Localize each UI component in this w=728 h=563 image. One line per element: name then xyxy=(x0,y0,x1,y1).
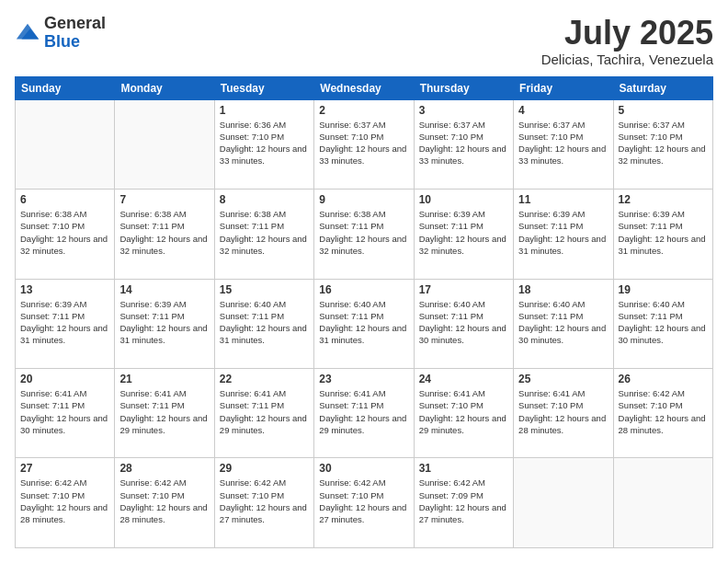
week-row-4: 20Sunrise: 6:41 AMSunset: 7:11 PMDayligh… xyxy=(16,369,713,458)
day-info: Sunrise: 6:39 AMSunset: 7:11 PMDaylight:… xyxy=(619,208,708,257)
location: Delicias, Tachira, Venezuela xyxy=(541,52,713,67)
day-info: Sunrise: 6:42 AMSunset: 7:10 PMDaylight:… xyxy=(319,477,408,525)
cell-4-7: 26Sunrise: 6:42 AMSunset: 7:10 PMDayligh… xyxy=(613,369,712,458)
cell-3-1: 13Sunrise: 6:39 AMSunset: 7:11 PMDayligh… xyxy=(16,279,115,368)
day-number: 6 xyxy=(20,193,109,206)
col-tuesday: Tuesday xyxy=(214,76,313,99)
week-row-1: 1Sunrise: 6:36 AMSunset: 7:10 PMDaylight… xyxy=(16,99,713,189)
col-saturday: Saturday xyxy=(613,76,712,99)
cell-4-5: 24Sunrise: 6:41 AMSunset: 7:10 PMDayligh… xyxy=(414,369,513,458)
day-info: Sunrise: 6:42 AMSunset: 7:10 PMDaylight:… xyxy=(20,477,109,525)
cell-5-4: 30Sunrise: 6:42 AMSunset: 7:10 PMDayligh… xyxy=(314,458,414,548)
day-number: 21 xyxy=(119,373,209,385)
day-info: Sunrise: 6:39 AMSunset: 7:11 PMDaylight:… xyxy=(419,208,508,257)
week-row-5: 27Sunrise: 6:42 AMSunset: 7:10 PMDayligh… xyxy=(16,458,713,548)
day-number: 17 xyxy=(419,283,508,296)
day-number: 9 xyxy=(319,193,408,206)
day-number: 2 xyxy=(319,104,408,117)
day-info: Sunrise: 6:40 AMSunset: 7:11 PMDaylight:… xyxy=(319,298,408,347)
day-info: Sunrise: 6:40 AMSunset: 7:11 PMDaylight:… xyxy=(220,298,309,347)
day-info: Sunrise: 6:36 AMSunset: 7:10 PMDaylight:… xyxy=(220,119,309,167)
day-number: 3 xyxy=(419,104,508,117)
day-number: 27 xyxy=(20,462,109,475)
cell-5-5: 31Sunrise: 6:42 AMSunset: 7:09 PMDayligh… xyxy=(414,458,513,548)
cell-2-4: 9Sunrise: 6:38 AMSunset: 7:11 PMDaylight… xyxy=(314,190,414,279)
day-info: Sunrise: 6:40 AMSunset: 7:11 PMDaylight:… xyxy=(518,298,608,347)
col-sunday: Sunday xyxy=(16,76,115,99)
cell-1-2 xyxy=(115,99,214,189)
cell-4-6: 25Sunrise: 6:41 AMSunset: 7:10 PMDayligh… xyxy=(514,369,613,458)
day-number: 22 xyxy=(220,373,309,385)
day-number: 13 xyxy=(20,283,109,296)
day-number: 7 xyxy=(119,193,209,206)
col-monday: Monday xyxy=(115,76,214,99)
cell-3-3: 15Sunrise: 6:40 AMSunset: 7:11 PMDayligh… xyxy=(214,279,313,368)
cell-3-6: 18Sunrise: 6:40 AMSunset: 7:11 PMDayligh… xyxy=(514,279,613,368)
day-info: Sunrise: 6:41 AMSunset: 7:11 PMDaylight:… xyxy=(20,387,109,436)
cell-2-2: 7Sunrise: 6:38 AMSunset: 7:11 PMDaylight… xyxy=(115,190,214,279)
day-number: 19 xyxy=(619,283,708,296)
month-title: July 2025 xyxy=(541,15,713,52)
day-info: Sunrise: 6:39 AMSunset: 7:11 PMDaylight:… xyxy=(20,298,109,347)
cell-1-3: 1Sunrise: 6:36 AMSunset: 7:10 PMDaylight… xyxy=(214,99,313,189)
day-number: 29 xyxy=(220,462,309,475)
calendar-header-row: Sunday Monday Tuesday Wednesday Thursday… xyxy=(16,76,713,99)
logo-text: General Blue xyxy=(44,15,106,52)
cell-1-5: 3Sunrise: 6:37 AMSunset: 7:10 PMDaylight… xyxy=(414,99,513,189)
day-info: Sunrise: 6:41 AMSunset: 7:11 PMDaylight:… xyxy=(220,387,309,436)
day-number: 20 xyxy=(20,373,109,385)
day-number: 1 xyxy=(220,104,309,117)
day-info: Sunrise: 6:37 AMSunset: 7:10 PMDaylight:… xyxy=(518,119,608,167)
day-info: Sunrise: 6:37 AMSunset: 7:10 PMDaylight:… xyxy=(319,119,408,167)
day-number: 11 xyxy=(518,193,608,206)
cell-3-5: 17Sunrise: 6:40 AMSunset: 7:11 PMDayligh… xyxy=(414,279,513,368)
cell-1-1 xyxy=(16,99,115,189)
day-number: 28 xyxy=(119,462,209,475)
day-number: 5 xyxy=(619,104,708,117)
cell-2-6: 11Sunrise: 6:39 AMSunset: 7:11 PMDayligh… xyxy=(514,190,613,279)
page: General Blue July 2025 Delicias, Tachira… xyxy=(0,0,728,563)
cell-5-3: 29Sunrise: 6:42 AMSunset: 7:10 PMDayligh… xyxy=(214,458,313,548)
day-number: 15 xyxy=(220,283,309,296)
cell-5-2: 28Sunrise: 6:42 AMSunset: 7:10 PMDayligh… xyxy=(115,458,214,548)
calendar-table: Sunday Monday Tuesday Wednesday Thursday… xyxy=(15,76,713,548)
day-number: 31 xyxy=(419,462,508,475)
day-info: Sunrise: 6:38 AMSunset: 7:10 PMDaylight:… xyxy=(20,208,109,257)
cell-1-7: 5Sunrise: 6:37 AMSunset: 7:10 PMDaylight… xyxy=(613,99,712,189)
cell-5-1: 27Sunrise: 6:42 AMSunset: 7:10 PMDayligh… xyxy=(16,458,115,548)
logo-icon xyxy=(15,20,40,46)
cell-5-7 xyxy=(613,458,712,548)
day-info: Sunrise: 6:39 AMSunset: 7:11 PMDaylight:… xyxy=(119,298,209,347)
day-number: 25 xyxy=(518,373,608,385)
cell-4-1: 20Sunrise: 6:41 AMSunset: 7:11 PMDayligh… xyxy=(16,369,115,458)
day-number: 16 xyxy=(319,283,408,296)
day-info: Sunrise: 6:40 AMSunset: 7:11 PMDaylight:… xyxy=(619,298,708,347)
day-info: Sunrise: 6:41 AMSunset: 7:10 PMDaylight:… xyxy=(518,387,608,436)
title-block: July 2025 Delicias, Tachira, Venezuela xyxy=(541,15,713,67)
cell-1-6: 4Sunrise: 6:37 AMSunset: 7:10 PMDaylight… xyxy=(514,99,613,189)
day-info: Sunrise: 6:42 AMSunset: 7:10 PMDaylight:… xyxy=(119,477,209,525)
cell-2-5: 10Sunrise: 6:39 AMSunset: 7:11 PMDayligh… xyxy=(414,190,513,279)
week-row-2: 6Sunrise: 6:38 AMSunset: 7:10 PMDaylight… xyxy=(16,190,713,279)
cell-3-7: 19Sunrise: 6:40 AMSunset: 7:11 PMDayligh… xyxy=(613,279,712,368)
day-info: Sunrise: 6:42 AMSunset: 7:10 PMDaylight:… xyxy=(220,477,309,525)
day-info: Sunrise: 6:37 AMSunset: 7:10 PMDaylight:… xyxy=(419,119,508,167)
logo-general: General xyxy=(44,15,106,33)
day-number: 30 xyxy=(319,462,408,475)
day-info: Sunrise: 6:37 AMSunset: 7:10 PMDaylight:… xyxy=(619,119,708,167)
day-number: 12 xyxy=(619,193,708,206)
day-number: 4 xyxy=(518,104,608,117)
week-row-3: 13Sunrise: 6:39 AMSunset: 7:11 PMDayligh… xyxy=(16,279,713,368)
cell-3-4: 16Sunrise: 6:40 AMSunset: 7:11 PMDayligh… xyxy=(314,279,414,368)
header: General Blue July 2025 Delicias, Tachira… xyxy=(15,15,713,67)
cell-2-3: 8Sunrise: 6:38 AMSunset: 7:11 PMDaylight… xyxy=(214,190,313,279)
day-number: 26 xyxy=(619,373,708,385)
day-number: 23 xyxy=(319,373,408,385)
logo: General Blue xyxy=(15,15,106,52)
cell-5-6 xyxy=(514,458,613,548)
day-number: 14 xyxy=(119,283,209,296)
day-info: Sunrise: 6:42 AMSunset: 7:10 PMDaylight:… xyxy=(619,387,708,436)
day-number: 18 xyxy=(518,283,608,296)
col-thursday: Thursday xyxy=(414,76,513,99)
cell-1-4: 2Sunrise: 6:37 AMSunset: 7:10 PMDaylight… xyxy=(314,99,414,189)
